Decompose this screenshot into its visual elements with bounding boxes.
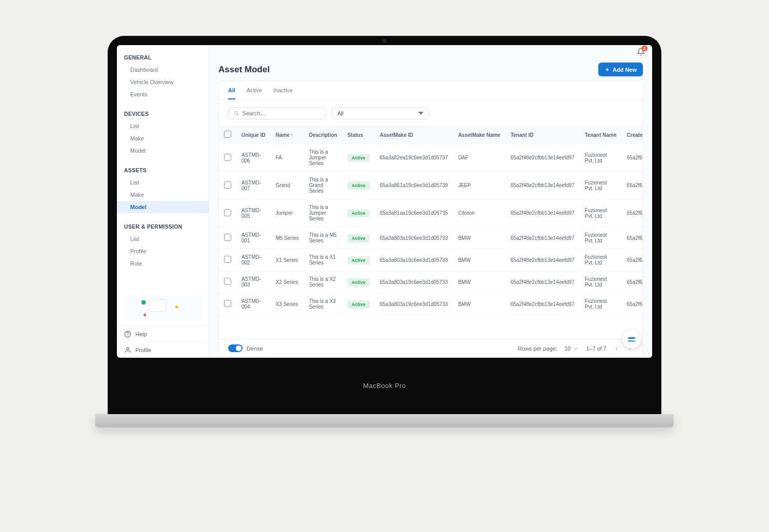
status-badge: Active — [348, 154, 370, 162]
sidebar-item-make[interactable]: Make — [117, 132, 209, 145]
column-header-unique-id[interactable]: Unique ID — [236, 126, 271, 144]
column-header-created-by[interactable]: Created BY — [622, 126, 642, 144]
settings-toggle-icon — [628, 337, 635, 342]
column-header-tenant-id[interactable]: Tenant ID — [505, 126, 580, 144]
tab-inactive[interactable]: Inactive — [273, 87, 293, 99]
sidebar-group: DEVICESListMakeModel — [117, 107, 209, 157]
asset-model-table: Unique IDName↑DescriptionStatusAssetMake… — [219, 126, 642, 315]
rows-per-page-select[interactable]: 10 — [564, 345, 579, 352]
sidebar-item-model[interactable]: Model — [117, 145, 209, 157]
tab-all[interactable]: All — [228, 87, 235, 99]
cell-assetmake-name: JEEP — [453, 172, 505, 199]
cell-status: Active — [342, 249, 375, 271]
sidebar-help-link[interactable]: Help — [117, 326, 209, 342]
cell-tenant-id: 65a2f48e2cfbb13e14eefd97 — [505, 249, 580, 271]
table-footer: Dense Rows per page: 10 1–7 of 7 — [219, 339, 642, 357]
column-header-description[interactable]: Description — [304, 126, 342, 144]
laptop-frame: GENERALDashboardVehicle OverviewEventsDE… — [108, 36, 661, 427]
cell-assetmake-name: BMW — [453, 271, 505, 293]
rows-per-page-label: Rows per page: — [518, 345, 557, 352]
search-input[interactable] — [242, 110, 320, 116]
svg-point-2 — [235, 111, 238, 114]
table-row[interactable]: ASTMD-005JumperThis is a Jumper SeriesAc… — [219, 199, 642, 227]
cell-unique-id: ASTMD-001 — [236, 227, 271, 249]
dense-toggle-group: Dense — [228, 344, 263, 352]
column-header-name[interactable]: Name↑ — [271, 126, 304, 144]
content-panel: AllActiveInactive All Uniqu — [218, 80, 643, 358]
sidebar-item-make[interactable]: Make — [117, 189, 209, 201]
cell-status: Active — [342, 227, 375, 249]
cell-description: This is a Jumper Series — [304, 199, 342, 227]
sidebar-item-list[interactable]: List — [117, 120, 209, 132]
sidebar-item-role[interactable]: Role — [117, 257, 209, 270]
row-checkbox[interactable] — [224, 209, 231, 216]
status-badge: Active — [348, 256, 370, 264]
cell-assetmake-id: 65a3a861a19c6ee3d1d05739 — [375, 172, 453, 199]
cell-created-by: 65a2f67074fca7d7e2633167 — [622, 293, 642, 315]
cell-assetmake-name: DAF — [453, 144, 505, 172]
add-new-button[interactable]: ＋ Add New — [598, 63, 643, 76]
floating-action-button[interactable] — [622, 330, 641, 349]
cell-created-by: 65a2f67074fca7d7e2633167 — [622, 271, 642, 293]
cell-created-by: 65a2f67074fca7d7e2633167 — [622, 144, 642, 172]
table-scroll[interactable]: Unique IDName↑DescriptionStatusAssetMake… — [219, 126, 642, 339]
search-icon — [234, 110, 239, 116]
sidebar-profile-label: Profile — [135, 347, 151, 353]
sort-ascending-icon: ↑ — [291, 132, 293, 138]
cell-name: X2 Series — [271, 271, 304, 293]
plus-icon: ＋ — [604, 66, 610, 73]
filter-row: All — [219, 100, 642, 126]
cell-tenant-name: Fuzionest Pvt. Ltd — [579, 199, 621, 227]
sidebar-item-profile[interactable]: Profile — [117, 245, 209, 257]
cell-status: Active — [342, 293, 375, 315]
table-row[interactable]: ASTMD-001M5 SeriesThis is a M5 SeriesAct… — [219, 227, 642, 249]
screen-bezel: GENERALDashboardVehicle OverviewEventsDE… — [108, 36, 661, 414]
row-checkbox[interactable] — [224, 278, 231, 285]
rows-per-page-value: 10 — [564, 345, 571, 352]
cell-assetmake-id: 65a3a803a19c6ee3d1d05733 — [375, 271, 453, 293]
table-row[interactable]: ASTMD-002X1 SeriesThis is a X1 SeriesAct… — [219, 249, 642, 271]
table-row[interactable]: ASTMD-006FAThis is a Jumper SeriesActive… — [219, 144, 642, 172]
sidebar-group-title: ASSETS — [117, 163, 209, 176]
sidebar-item-vehicle-overview[interactable]: Vehicle Overview — [117, 76, 209, 88]
sidebar-item-events[interactable]: Events — [117, 88, 209, 100]
column-header-tenant-name[interactable]: Tenant Name — [579, 126, 621, 144]
cell-assetmake-id: 65a3a82ea19c6ee3d1d05737 — [375, 144, 453, 172]
column-header-status[interactable]: Status — [342, 126, 375, 144]
row-checkbox[interactable] — [224, 300, 231, 307]
status-badge: Active — [348, 278, 370, 287]
previous-page-button[interactable] — [614, 345, 620, 352]
table-row[interactable]: ASTMD-007GrandThis is a Grand SeriesActi… — [219, 172, 642, 199]
tab-active[interactable]: Active — [247, 87, 262, 99]
sidebar-item-list[interactable]: List — [117, 176, 209, 189]
row-checkbox[interactable] — [224, 256, 231, 263]
row-checkbox[interactable] — [224, 234, 231, 241]
column-header-assetmake-name[interactable]: AssetMake Name — [453, 126, 505, 144]
cell-name: X3 Series — [271, 293, 304, 315]
sidebar-group: GENERALDashboardVehicle OverviewEvents — [117, 50, 209, 100]
table-row[interactable]: ASTMD-003X2 SeriesThis is a X2 SeriesAct… — [219, 271, 642, 293]
sidebar-group-title: GENERAL — [117, 50, 209, 64]
cell-assetmake-id: 65a3a803a19c6ee3d1d05733 — [375, 293, 453, 315]
cell-assetmake-name: Citreon — [453, 199, 505, 227]
status-filter-select[interactable]: All — [332, 107, 429, 119]
notifications-button[interactable]: 2 — [637, 48, 645, 58]
status-filter-value: All — [337, 110, 343, 116]
row-checkbox[interactable] — [224, 181, 231, 189]
cell-unique-id: ASTMD-005 — [236, 199, 271, 227]
sidebar-group-title: DEVICES — [117, 107, 209, 120]
column-header-assetmake-id[interactable]: AssetMake ID — [375, 126, 453, 144]
dense-toggle[interactable] — [228, 344, 242, 352]
app-screen: GENERALDashboardVehicle OverviewEventsDE… — [117, 45, 652, 358]
search-input-wrapper[interactable] — [228, 107, 326, 119]
sidebar-item-dashboard[interactable]: Dashboard — [117, 64, 209, 76]
row-checkbox[interactable] — [224, 154, 231, 161]
svg-point-1 — [127, 347, 129, 350]
table-row[interactable]: ASTMD-004X3 SeriesThis is a X3 SeriesAct… — [219, 293, 642, 315]
sidebar-item-list[interactable]: List — [117, 233, 209, 245]
sidebar-profile-link[interactable]: Profile — [117, 342, 209, 358]
sidebar-item-model[interactable]: Model — [117, 201, 209, 213]
cell-name: FA — [271, 144, 304, 172]
select-all-checkbox[interactable] — [224, 131, 231, 138]
laptop-base — [95, 414, 674, 427]
